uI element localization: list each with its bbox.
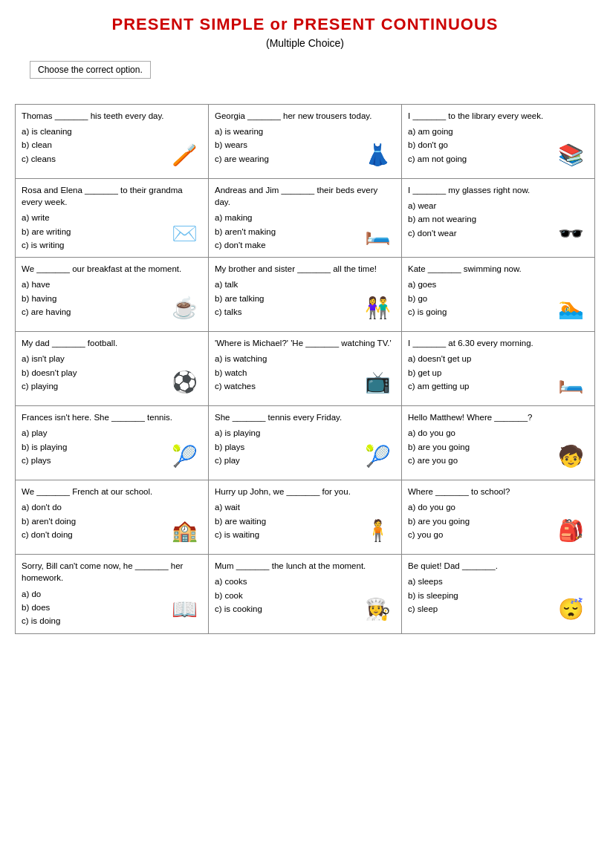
question-14: Hello Matthew! Where _______? [408,411,588,423]
cell-icon-12: 🎾 [165,437,204,475]
question-20: Be quiet! Dad _______. [408,560,588,572]
cell-icon-17: 🎒 [551,511,590,549]
question-3: Rosa and Elena _______ to their grandma … [22,184,202,208]
cell-icon-6: ☕ [165,288,204,327]
cell-18: Sorry, Bill can't come now, he _______ h… [16,555,209,633]
cell-icon-4: 🛏️ [358,214,397,252]
page-subtitle: (Multiple Choice) [15,37,595,49]
cell-15: We _______ French at our school.a) don't… [16,480,209,555]
question-1: Georgia _______ her new trousers today. [215,110,395,122]
question-2: I _______ to the library every week. [408,110,588,122]
cell-5: I _______ my glasses right now.a) wearb)… [402,179,595,258]
cell-icon-10: 📺 [358,362,397,401]
question-11: I _______ at 6.30 every morning. [408,337,588,349]
cell-4: Andreas and Jim _______ their beds every… [209,179,402,258]
cell-icon-11: 🛏️ [551,362,590,401]
cell-7: My brother and sister _______ all the ti… [209,258,402,332]
cell-icon-15: 🏫 [165,511,204,549]
cell-0: Thomas _______ his teeth every day.a) is… [16,105,209,179]
cell-icon-20: 😴 [551,590,590,629]
cell-12: Frances isn't here. She _______ tennis.a… [16,406,209,480]
question-5: I _______ my glasses right now. [408,184,588,196]
question-0: Thomas _______ his teeth every day. [22,110,202,122]
question-18: Sorry, Bill can't come now, he _______ h… [22,560,202,584]
cell-icon-19: 👩‍🍳 [358,590,397,629]
cell-icon-8: 🏊 [551,288,590,327]
question-6: We _______ our breakfast at the moment. [22,263,202,275]
question-17: Where _______ to school? [408,486,588,497]
cell-6: We _______ our breakfast at the moment.a… [16,258,209,332]
cell-13: She _______ tennis every Friday.a) is pl… [209,406,402,480]
cell-icon-9: ⚽ [165,362,204,401]
question-4: Andreas and Jim _______ their beds every… [215,184,395,208]
cell-icon-3: ✉️ [165,214,204,252]
cell-16: Hurry up John, we _______ for you.a) wai… [209,480,402,555]
cell-2: I _______ to the library every week.a) a… [402,105,595,179]
question-16: Hurry up John, we _______ for you. [215,486,395,497]
cell-9: My dad _______ football.a) isn't playb) … [16,332,209,406]
cell-11: I _______ at 6.30 every morning.a) doesn… [402,332,595,406]
cell-icon-16: 🧍 [358,511,397,549]
exercise-grid: Thomas _______ his teeth every day.a) is… [15,104,595,634]
option-text: a) sleeps [408,575,588,588]
question-15: We _______ French at our school. [22,486,202,497]
cell-icon-5: 🕶️ [551,214,590,252]
page-title: PRESENT SIMPLE or PRESENT CONTINUOUS [15,15,595,34]
question-8: Kate _______ swimming now. [408,263,588,275]
cell-icon-7: 👫 [358,288,397,327]
cell-icon-14: 🧒 [551,437,590,475]
cell-19: Mum _______ the lunch at the moment.a) c… [209,555,402,633]
cell-10: 'Where is Michael?' 'He _______ watching… [209,332,402,406]
cell-14: Hello Matthew! Where _______?a) do you g… [402,406,595,480]
cell-icon-2: 📚 [551,135,590,174]
question-10: 'Where is Michael?' 'He _______ watching… [215,337,395,349]
cell-icon-1: 👗 [358,135,397,174]
question-12: Frances isn't here. She _______ tennis. [22,411,202,423]
option-text: a) cooks [215,575,395,588]
question-7: My brother and sister _______ all the ti… [215,263,395,275]
cell-icon-0: 🪥 [165,135,204,174]
cell-20: Be quiet! Dad _______.a) sleepsb) is sle… [402,555,595,633]
question-19: Mum _______ the lunch at the moment. [215,560,395,572]
cell-8: Kate _______ swimming now.a) goesb) goc)… [402,258,595,332]
cell-1: Georgia _______ her new trousers today.a… [209,105,402,179]
instruction: Choose the correct option. [30,61,151,79]
cell-3: Rosa and Elena _______ to their grandma … [16,179,209,258]
cell-17: Where _______ to school?a) do you gob) a… [402,480,595,555]
cell-icon-18: 📖 [165,590,204,629]
option-text: a) wear [408,199,588,212]
question-9: My dad _______ football. [22,337,202,349]
question-13: She _______ tennis every Friday. [215,411,395,423]
cell-icon-13: 🎾 [358,437,397,475]
